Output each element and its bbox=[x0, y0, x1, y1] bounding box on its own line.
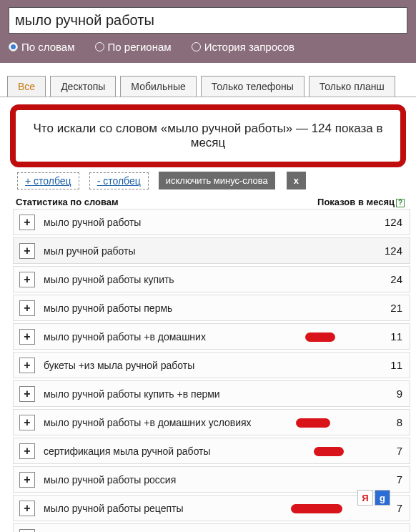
radio-label: История запросов bbox=[204, 41, 294, 53]
phrase-text[interactable]: букеты +из мыла ручной работы bbox=[44, 360, 367, 371]
summary-text: Что искали со словом «мыло ручной работы… bbox=[34, 122, 383, 149]
table-row: +мыл ручной работы124 bbox=[13, 237, 410, 264]
float-icons: Я g bbox=[357, 490, 390, 506]
summary-box: Что искали со словом «мыло ручной работы… bbox=[10, 104, 406, 167]
count-value: 11 bbox=[367, 359, 410, 371]
expand-button[interactable]: + bbox=[19, 215, 35, 230]
table-row: +мыло ручной работы пермь21 bbox=[13, 295, 410, 321]
expand-button[interactable]: + bbox=[19, 472, 35, 488]
table-row: +мыло ручной работы +в домашних11 bbox=[13, 323, 410, 350]
expand-button[interactable]: + bbox=[19, 272, 35, 287]
tab-2[interactable]: Мобильные bbox=[120, 76, 197, 97]
list-header-right-text: Показов в месяц bbox=[317, 197, 395, 207]
expand-button[interactable]: + bbox=[19, 415, 35, 430]
count-value: 7 bbox=[367, 445, 410, 457]
list-header-right: Показов в месяц? bbox=[317, 197, 405, 207]
count-value: 8 bbox=[367, 416, 410, 428]
header: По словамПо регионамИстория запросов bbox=[0, 0, 416, 63]
phrase-text[interactable]: мыло ручной работы bbox=[44, 217, 367, 228]
tab-1[interactable]: Десктопы bbox=[50, 76, 116, 97]
radio-2[interactable]: История запросов bbox=[192, 41, 294, 53]
phrase-text[interactable]: мыло ручной работы пермь bbox=[44, 302, 367, 314]
search-input[interactable] bbox=[9, 7, 407, 34]
redaction-mark bbox=[291, 504, 342, 513]
tab-3[interactable]: Только телефоны bbox=[201, 76, 304, 97]
count-value: 124 bbox=[367, 216, 410, 228]
count-value: 9 bbox=[367, 388, 410, 400]
radio-dot-icon bbox=[95, 42, 104, 51]
help-icon[interactable]: ? bbox=[396, 199, 405, 207]
google-icon[interactable]: g bbox=[375, 490, 390, 506]
rows: +мыло ручной работы124+мыл ручной работы… bbox=[0, 209, 416, 532]
expand-button[interactable]: + bbox=[19, 501, 35, 516]
expand-button[interactable]: + bbox=[19, 358, 35, 373]
count-value: 11 bbox=[367, 330, 410, 343]
expand-button[interactable]: + bbox=[19, 386, 35, 402]
expand-button[interactable]: + bbox=[19, 443, 35, 459]
count-value: 124 bbox=[367, 245, 410, 257]
table-row: +мыло ручной работы +в домашних условиях… bbox=[13, 409, 410, 435]
count-value: 21 bbox=[367, 302, 410, 314]
radio-dot-icon bbox=[9, 42, 18, 51]
table-row: +мыло ручной работы рецепты7 bbox=[13, 495, 410, 521]
phrase-text[interactable]: мыло ручной работы купить bbox=[44, 274, 367, 285]
redaction-mark bbox=[296, 418, 330, 428]
phrase-text[interactable]: мыло ручной работы россия bbox=[44, 474, 367, 486]
expand-button[interactable]: + bbox=[19, 243, 35, 259]
controls: + столбец - столбец исключить минус-слов… bbox=[0, 172, 416, 189]
radio-0[interactable]: По словам bbox=[9, 41, 75, 53]
radio-dot-icon bbox=[192, 42, 201, 51]
radio-1[interactable]: По регионам bbox=[95, 41, 172, 53]
table-row: +сертификация мыла ручной работы +в росс… bbox=[13, 523, 410, 532]
yandex-icon[interactable]: Я bbox=[357, 490, 373, 506]
exclude-minus-close[interactable]: x bbox=[287, 172, 306, 189]
radio-group: По словамПо регионамИстория запросов bbox=[9, 41, 407, 53]
tabs: ВсеДесктопыМобильныеТолько телефоныТольк… bbox=[0, 76, 416, 97]
expand-button[interactable]: + bbox=[19, 329, 35, 345]
list-header-left: Статистика по словам bbox=[16, 197, 119, 207]
remove-column-link[interactable]: - столбец bbox=[89, 172, 149, 189]
exclude-minus-button[interactable]: исключить минус-слова bbox=[159, 172, 275, 189]
add-column-link[interactable]: + столбец bbox=[17, 172, 79, 189]
redaction-mark bbox=[314, 447, 344, 456]
phrase-text[interactable]: мыл ручной работы bbox=[44, 245, 367, 257]
tab-4[interactable]: Только планш bbox=[309, 76, 395, 97]
table-row: +букеты +из мыла ручной работы11 bbox=[13, 352, 410, 378]
redaction-mark bbox=[305, 332, 335, 342]
table-row: +мыло ручной работы124 bbox=[13, 209, 410, 235]
radio-label: По регионам bbox=[108, 41, 172, 53]
table-row: +сертификация мыла ручной работы7 bbox=[13, 438, 410, 464]
count-value: 24 bbox=[367, 273, 410, 285]
table-row: +мыло ручной работы купить +в перми9 bbox=[13, 380, 410, 407]
expand-button[interactable]: + bbox=[19, 529, 35, 533]
table-row: +мыло ручной работы россия7 bbox=[13, 466, 410, 493]
phrase-text[interactable]: мыло ручной работы купить +в перми bbox=[44, 388, 367, 400]
radio-label: По словам bbox=[21, 41, 75, 53]
table-row: +мыло ручной работы купить24 bbox=[13, 266, 410, 292]
tab-0[interactable]: Все bbox=[7, 76, 46, 97]
list-header: Статистика по словам Показов в месяц? bbox=[0, 189, 416, 209]
expand-button[interactable]: + bbox=[19, 300, 35, 316]
count-value: 7 bbox=[367, 473, 410, 486]
